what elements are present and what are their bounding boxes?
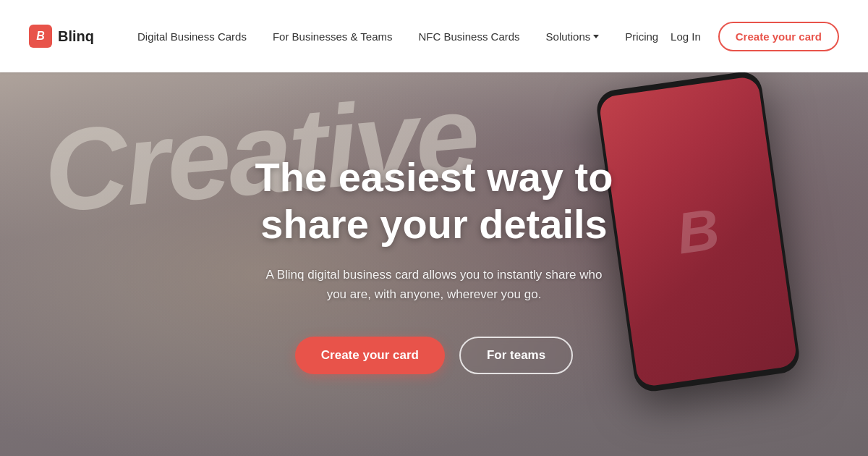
logo-icon: B: [29, 25, 52, 48]
for-teams-button[interactable]: For teams: [459, 337, 573, 374]
nav-solutions[interactable]: Solutions: [546, 30, 600, 43]
solutions-chevron-icon: [593, 35, 599, 38]
nav-actions: Log In Create your card: [671, 22, 839, 51]
nav-for-businesses-teams[interactable]: For Businesses & Teams: [273, 30, 393, 43]
hero-content: The easiest way to share your details A …: [0, 72, 868, 456]
logo-text: Blinq: [58, 28, 94, 45]
nav-nfc-business-cards[interactable]: NFC Business Cards: [419, 30, 520, 43]
hero-buttons: Create your card For teams: [295, 337, 573, 374]
navbar: B Blinq Digital Business Cards For Busin…: [0, 0, 868, 72]
create-card-hero-button[interactable]: Create your card: [295, 337, 445, 374]
create-card-nav-button[interactable]: Create your card: [718, 22, 839, 51]
login-button[interactable]: Log In: [671, 30, 701, 43]
hero-subtitle: A Blinq digital business card allows you…: [260, 265, 608, 304]
hero-title: The easiest way to share your details: [255, 154, 613, 248]
nav-digital-business-cards[interactable]: Digital Business Cards: [137, 30, 247, 43]
logo-link[interactable]: B Blinq: [29, 25, 94, 48]
nav-links: Digital Business Cards For Businesses & …: [137, 30, 671, 43]
nav-pricing[interactable]: Pricing: [625, 30, 658, 43]
